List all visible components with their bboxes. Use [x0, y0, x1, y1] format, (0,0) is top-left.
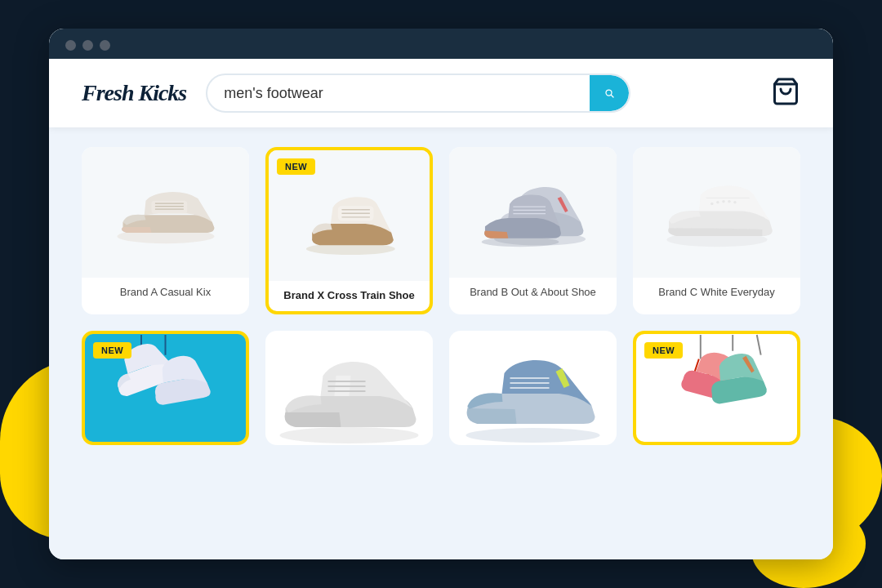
product-card-8[interactable]: NEW: [633, 331, 800, 445]
product-card-4[interactable]: Brand C White Everyday: [633, 147, 800, 314]
browser-content: Fresh Kicks: [49, 59, 833, 559]
window-dot-3: [100, 40, 110, 51]
product-name-4: Brand C White Everyday: [643, 286, 791, 298]
window-dot-1: [65, 40, 76, 51]
svg-point-20: [710, 203, 714, 206]
product-name-1: Brand A Casual Kix: [91, 286, 239, 298]
search-button[interactable]: [590, 75, 629, 111]
cart-button[interactable]: [771, 77, 800, 109]
svg-line-1: [612, 95, 614, 97]
header: Fresh Kicks: [49, 59, 833, 127]
svg-point-23: [728, 200, 731, 203]
new-badge-2: NEW: [277, 158, 315, 175]
svg-point-22: [722, 200, 725, 203]
products-area: Brand A Casual Kix NEW: [49, 127, 833, 559]
shoe-svg-6: [265, 331, 433, 445]
logo: Fresh Kicks: [82, 80, 186, 106]
search-icon: [604, 85, 614, 101]
shoe-svg-2: [290, 175, 408, 256]
product-name-2: Brand X Cross Train Shoe: [278, 289, 420, 301]
svg-line-37: [757, 335, 761, 355]
products-row-2: NEW: [82, 331, 800, 445]
search-input[interactable]: [207, 77, 590, 110]
product-card-1[interactable]: Brand A Casual Kix: [82, 147, 249, 314]
browser-window: Fresh Kicks: [49, 29, 833, 559]
window-dot-2: [82, 40, 93, 51]
search-bar[interactable]: [206, 74, 630, 113]
svg-point-21: [716, 201, 719, 204]
product-card-3[interactable]: Brand B Out & About Shoe: [449, 147, 617, 314]
shoe-svg-1: [109, 178, 223, 247]
product-info-4: Brand C White Everyday: [633, 278, 800, 308]
products-row-1: Brand A Casual Kix NEW: [82, 147, 800, 314]
product-card-6[interactable]: [265, 331, 433, 445]
new-badge-8: NEW: [644, 342, 683, 359]
svg-point-14: [482, 237, 559, 247]
shoe-svg-3: [470, 176, 596, 249]
product-name-3: Brand B Out & About Shoe: [459, 286, 607, 298]
product-image-2: NEW: [269, 150, 430, 281]
product-card-5[interactable]: NEW: [82, 331, 249, 445]
svg-point-31: [466, 428, 600, 443]
cart-icon: [771, 77, 800, 106]
product-card-7[interactable]: [449, 331, 617, 445]
product-info-3: Brand B Out & About Shoe: [449, 278, 617, 308]
product-image-4: [633, 147, 800, 278]
svg-point-24: [733, 201, 737, 204]
product-image-1: [82, 147, 249, 278]
product-image-3: [449, 147, 617, 278]
svg-rect-4: [151, 200, 187, 213]
product-info-1: Brand A Casual Kix: [82, 278, 249, 308]
shoe-svg-4: [656, 176, 778, 248]
product-card-2[interactable]: NEW: [265, 147, 433, 314]
browser-chrome: [49, 29, 833, 59]
new-badge-5: NEW: [93, 342, 131, 359]
shoe-svg-7: [449, 331, 617, 445]
svg-point-27: [280, 427, 419, 443]
product-info-2: Brand X Cross Train Shoe: [269, 281, 430, 311]
